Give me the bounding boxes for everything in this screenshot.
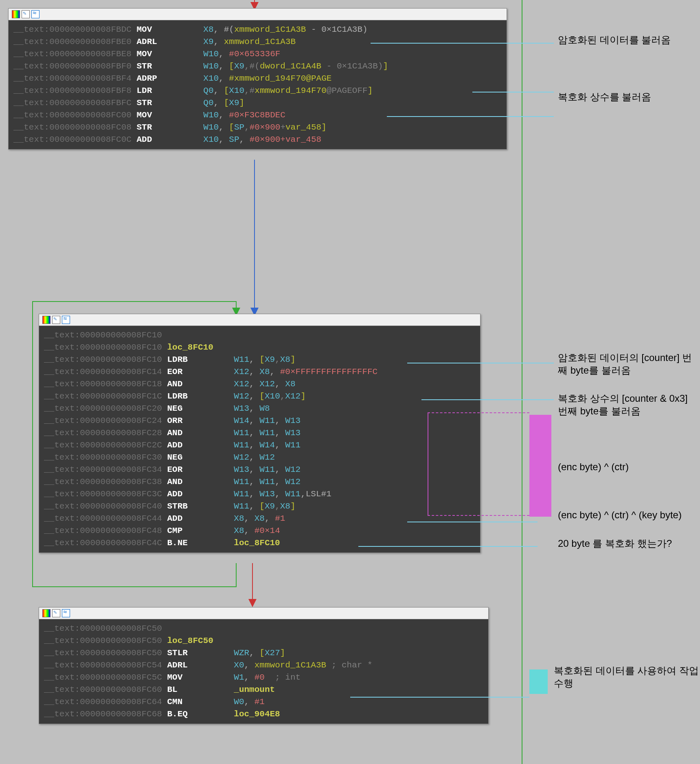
asm-line[interactable]: __text:000000000008FC30 NEG W12, W12 bbox=[44, 451, 475, 464]
basic-block-2[interactable]: __text:000000000008FC10 __text:000000000… bbox=[39, 314, 481, 553]
block-content: __text:000000000008FC50 __text:000000000… bbox=[39, 619, 488, 724]
block-content: __text:000000000008FC10 __text:000000000… bbox=[39, 326, 480, 553]
annotation-3: 암호화된 데이터의 [counter] 번째 byte를 불러옴 bbox=[558, 351, 700, 376]
asm-line[interactable]: __text:000000000008FC64 CMN W0, #1 bbox=[44, 696, 483, 708]
annotation-8: 복호화된 데이터를 사용하여 작업 수행 bbox=[554, 664, 700, 689]
block-toolbar bbox=[9, 9, 507, 20]
highlight-magenta bbox=[529, 415, 551, 517]
leader-line-dashed bbox=[428, 412, 529, 413]
asm-line[interactable]: __text:000000000008FC10 LDRB W11, [X9,X8… bbox=[44, 354, 475, 366]
disassembly-graph-view[interactable]: __text:000000000008FBDC MOV X8, #(xmmwor… bbox=[0, 0, 700, 764]
edit-icon[interactable] bbox=[52, 316, 60, 324]
leader-line bbox=[407, 522, 538, 522]
asm-line[interactable]: __text:000000000008FBFC STR Q0, [X9] bbox=[13, 97, 502, 109]
block-toolbar bbox=[39, 608, 488, 619]
asm-line[interactable]: __text:000000000008FC50 bbox=[44, 623, 483, 635]
leader-line bbox=[407, 363, 554, 363]
asm-line[interactable]: __text:000000000008FC40 STRB W11, [X9,X8… bbox=[44, 500, 475, 513]
leader-line bbox=[421, 399, 554, 400]
collapse-icon[interactable] bbox=[62, 609, 70, 617]
annotation-5: (enc byte) ^ (ctr) bbox=[558, 460, 629, 473]
asm-line[interactable]: __text:000000000008FC0C ADD X10, SP, #0×… bbox=[13, 134, 502, 146]
asm-line[interactable]: __text:000000000008FC48 CMP X8, #0×14 bbox=[44, 525, 475, 537]
asm-line[interactable]: __text:000000000008FBF4 ADRP X10, #xmmwo… bbox=[13, 73, 502, 85]
asm-line[interactable]: __text:000000000008FBF8 LDR Q0, [X10,#xm… bbox=[13, 85, 502, 97]
leader-line-dashed bbox=[428, 515, 529, 516]
annotation-6: (enc byte) ^ (ctr) ^ (key byte) bbox=[558, 509, 682, 521]
color-icon[interactable] bbox=[42, 316, 50, 324]
asm-line[interactable]: __text:000000000008FC34 EOR W13, W11, W1… bbox=[44, 464, 475, 476]
annotation-7: 20 byte 를 복호화 했는가? bbox=[558, 537, 672, 550]
asm-line[interactable]: __text:000000000008FC3C ADD W11, W13, W1… bbox=[44, 488, 475, 500]
basic-block-1[interactable]: __text:000000000008FBDC MOV X8, #(xmmwor… bbox=[8, 8, 507, 150]
collapse-icon[interactable] bbox=[31, 10, 39, 18]
asm-line[interactable]: __text:000000000008FC28 AND W11, W11, W1… bbox=[44, 427, 475, 439]
asm-line[interactable]: __text:000000000008FBE8 MOV W10, #0×6533… bbox=[13, 48, 502, 60]
asm-line[interactable]: __text:000000000008FC2C ADD W11, W14, W1… bbox=[44, 439, 475, 451]
asm-line[interactable]: __text:000000000008FC50 STLR WZR, [X27] bbox=[44, 647, 483, 659]
asm-line[interactable]: __text:000000000008FC50 loc_8FC50 bbox=[44, 635, 483, 647]
color-icon[interactable] bbox=[12, 10, 20, 18]
edit-icon[interactable] bbox=[52, 609, 60, 617]
asm-line[interactable]: __text:000000000008FC10 bbox=[44, 329, 475, 341]
asm-line[interactable]: __text:000000000008FC44 ADD X8, X8, #1 bbox=[44, 513, 475, 525]
highlight-cyan bbox=[529, 669, 548, 694]
asm-line[interactable]: __text:000000000008FC5C MOV W1, #0 ; int bbox=[44, 672, 483, 684]
asm-line[interactable]: __text:000000000008FC54 ADRL X0, xmmword… bbox=[44, 659, 483, 672]
asm-line[interactable]: __text:000000000008FBDC MOV X8, #(xmmwor… bbox=[13, 24, 502, 36]
asm-line[interactable]: __text:000000000008FC08 STR W10, [SP,#0×… bbox=[13, 121, 502, 134]
asm-line[interactable]: __text:000000000008FC24 ORR W14, W11, W1… bbox=[44, 415, 475, 427]
asm-line[interactable]: __text:000000000008FC60 BL _unmount bbox=[44, 684, 483, 696]
leader-line bbox=[472, 92, 554, 92]
leader-vertical bbox=[428, 412, 428, 515]
color-icon[interactable] bbox=[42, 609, 50, 617]
collapse-icon[interactable] bbox=[62, 316, 70, 324]
leader-line bbox=[358, 546, 538, 547]
block-content: __text:000000000008FBDC MOV X8, #(xmmwor… bbox=[9, 20, 507, 149]
asm-line[interactable]: __text:000000000008FC20 NEG W13, W8 bbox=[44, 403, 475, 415]
annotation-2: 복호화 상수를 불러옴 bbox=[558, 90, 651, 103]
asm-line[interactable]: __text:000000000008FC14 EOR X12, X8, #0×… bbox=[44, 366, 475, 378]
asm-line[interactable]: __text:000000000008FBF0 STR W10, [X9,#(d… bbox=[13, 60, 502, 73]
leader-line bbox=[371, 43, 554, 44]
asm-line[interactable]: __text:000000000008FC38 AND W11, W11, W1… bbox=[44, 476, 475, 488]
basic-block-3[interactable]: __text:000000000008FC50 __text:000000000… bbox=[39, 607, 489, 724]
asm-line[interactable]: __text:000000000008FC68 B.EQ loc_904E8 bbox=[44, 708, 483, 720]
asm-line[interactable]: __text:000000000008FC10 loc_8FC10 bbox=[44, 341, 475, 354]
edit-icon[interactable] bbox=[22, 10, 30, 18]
asm-line[interactable]: __text:000000000008FC1C LDRB W12, [X10,X… bbox=[44, 390, 475, 403]
asm-line[interactable]: __text:000000000008FC00 MOV W10, #0×F3C8… bbox=[13, 109, 502, 121]
annotation-4: 복호화 상수의 [counter & 0x3] 번째 byte를 불러옴 bbox=[558, 392, 700, 417]
annotation-1: 암호화된 데이터를 불러옴 bbox=[558, 33, 671, 46]
asm-line[interactable]: __text:000000000008FC4C B.NE loc_8FC10 bbox=[44, 537, 475, 549]
leader-line bbox=[387, 116, 554, 117]
block-toolbar bbox=[39, 314, 480, 326]
asm-line[interactable]: __text:000000000008FC18 AND X12, X12, X8 bbox=[44, 378, 475, 390]
asm-line[interactable]: __text:000000000008FBE0 ADRL X9, xmmword… bbox=[13, 36, 502, 48]
leader-line bbox=[350, 697, 529, 698]
